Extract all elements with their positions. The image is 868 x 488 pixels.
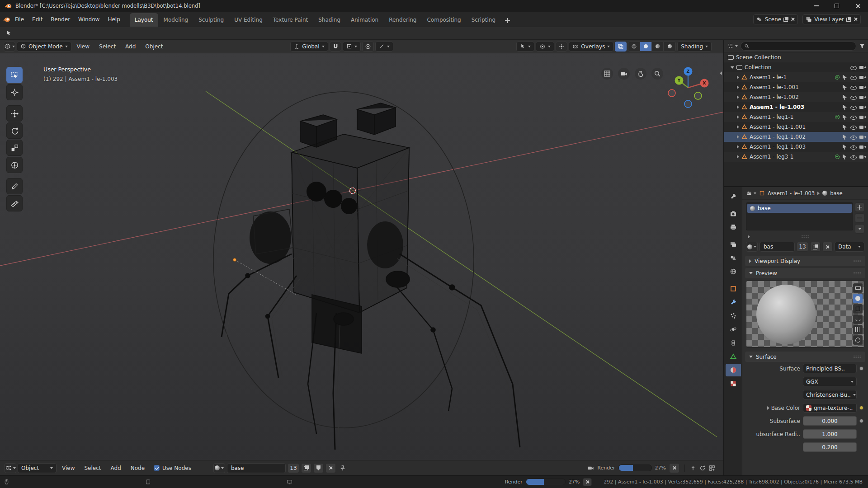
material-name-field[interactable]: bas xyxy=(760,242,795,252)
eye-icon[interactable] xyxy=(850,84,857,90)
material-name-field[interactable]: base xyxy=(227,463,286,473)
zoom-view-button[interactable] xyxy=(651,68,663,80)
outliner-object-row[interactable]: Assem1 - leg1-1.001 xyxy=(724,122,868,132)
selectable-icon[interactable] xyxy=(842,114,848,120)
material-slot-list[interactable]: base xyxy=(746,202,853,230)
expand-icon[interactable] xyxy=(748,235,750,239)
properties-editor-type-button[interactable] xyxy=(746,190,756,197)
selectable-icon[interactable] xyxy=(842,124,848,130)
preview-cube-button[interactable] xyxy=(853,304,863,314)
use-nodes-toggle[interactable]: Use Nodes xyxy=(154,465,191,471)
camera-icon[interactable] xyxy=(859,134,866,140)
viewport-menu-select[interactable]: Select xyxy=(95,43,120,50)
camera-icon[interactable] xyxy=(859,114,866,120)
outliner-editor-type-button[interactable] xyxy=(727,42,738,49)
shading-solid-button[interactable] xyxy=(640,42,652,51)
outliner-object-row[interactable]: Assem1 - leg3-1 xyxy=(724,152,868,162)
axis-navigation-gizmo[interactable]: Z Y X xyxy=(665,65,711,110)
3d-scene[interactable] xyxy=(0,53,723,460)
tab-output[interactable] xyxy=(726,221,741,234)
transform-orientation-dropdown[interactable]: Global xyxy=(290,42,328,52)
outliner-search-box[interactable] xyxy=(741,42,856,51)
selectable-icon[interactable] xyxy=(842,144,848,150)
outliner-object-row[interactable]: Assem1 - le-1.001 xyxy=(724,82,868,92)
fake-user-button[interactable] xyxy=(313,463,324,473)
expand-icon[interactable] xyxy=(737,105,739,109)
shader-menu-add[interactable]: Add xyxy=(107,465,125,471)
shading-wireframe-button[interactable] xyxy=(628,42,640,51)
remove-slot-button[interactable] xyxy=(855,213,864,223)
selectable-icon[interactable] xyxy=(842,154,848,160)
tab-physics[interactable] xyxy=(726,323,741,336)
scale-tool[interactable] xyxy=(6,140,23,156)
eye-icon[interactable] xyxy=(850,64,857,70)
preview-cloth-button[interactable] xyxy=(853,325,863,334)
expand-icon[interactable] xyxy=(737,95,739,99)
surface-shader-dropdown[interactable]: Principled BS.. xyxy=(803,364,857,373)
tab-material[interactable] xyxy=(726,364,741,376)
expand-icon[interactable] xyxy=(737,135,739,139)
new-view-layer-icon[interactable] xyxy=(846,17,851,22)
tab-tool[interactable] xyxy=(726,190,741,203)
material-slot-item[interactable]: base xyxy=(747,204,852,213)
outliner-object-row[interactable]: Assem1 - leg1-1 xyxy=(724,112,868,122)
outliner-object-row[interactable]: Assem1 - le-1 xyxy=(724,72,868,82)
maximize-button[interactable] xyxy=(826,0,847,12)
outliner-object-row-active[interactable]: Assem1 - le-1.003 xyxy=(724,102,868,112)
eye-icon[interactable] xyxy=(850,114,857,120)
eye-icon[interactable] xyxy=(850,124,857,130)
viewport-menu-object[interactable]: Object xyxy=(141,43,167,50)
new-material-button[interactable] xyxy=(301,463,311,473)
panel-preview[interactable]: Preview xyxy=(745,268,865,278)
expand-icon[interactable] xyxy=(737,75,739,79)
tab-world[interactable] xyxy=(726,265,741,278)
camera-icon[interactable] xyxy=(859,154,866,160)
tab-texture[interactable] xyxy=(726,377,741,390)
rotate-tool[interactable] xyxy=(6,122,23,139)
tab-constraints[interactable] xyxy=(726,337,741,349)
subsurface-method-dropdown[interactable]: Christensen-Bu.. xyxy=(803,390,857,399)
expand-icon[interactable] xyxy=(737,155,739,159)
annotate-tool[interactable] xyxy=(6,178,23,194)
cancel-render-button[interactable] xyxy=(583,478,592,486)
workspace-tab-layout[interactable]: Layout xyxy=(130,13,158,27)
mode-dropdown[interactable]: Object Mode xyxy=(17,42,71,52)
expand-icon[interactable] xyxy=(737,145,739,149)
workspace-tab-modeling[interactable]: Modeling xyxy=(159,13,193,27)
preview-fluid-button[interactable] xyxy=(853,335,863,345)
viewport-menu-add[interactable]: Add xyxy=(121,43,140,50)
selectable-icon[interactable] xyxy=(842,134,848,140)
selectable-icon[interactable] xyxy=(842,94,848,100)
gizmo-negative-y-axis[interactable] xyxy=(694,92,702,99)
material-users-count[interactable]: 13 xyxy=(797,242,808,252)
material-users-count[interactable]: 13 xyxy=(288,463,299,473)
workspace-tab-uv-editing[interactable]: UV Editing xyxy=(229,13,268,27)
viewport-canvas[interactable]: User Perspective (1) 292 | Assem1 - le-1… xyxy=(0,53,723,460)
preview-flat-button[interactable] xyxy=(853,283,863,293)
outliner-search-input[interactable] xyxy=(751,43,853,49)
pan-view-button[interactable] xyxy=(635,68,646,80)
tab-object[interactable] xyxy=(726,282,741,295)
workspace-tab-rendering[interactable]: Rendering xyxy=(384,13,421,27)
outliner-object-row[interactable]: Assem1 - le-1.002 xyxy=(724,92,868,102)
menu-render[interactable]: Render xyxy=(47,16,74,23)
panel-viewport-display[interactable]: Viewport Display xyxy=(745,256,865,266)
camera-icon[interactable] xyxy=(859,104,866,110)
distribution-dropdown[interactable]: GGX xyxy=(803,377,857,386)
breadcrumb-object[interactable]: Assem1 - le-1.003 xyxy=(768,190,815,197)
options-icon[interactable] xyxy=(709,465,715,471)
proportional-editing-button[interactable] xyxy=(362,42,374,52)
outliner-object-row[interactable]: Assem1 - leg1-1.003 xyxy=(724,142,868,152)
add-workspace-button[interactable] xyxy=(501,14,514,27)
camera-view-button[interactable] xyxy=(618,68,630,80)
preview-hair-button[interactable] xyxy=(853,314,863,324)
camera-icon[interactable] xyxy=(859,144,866,150)
subsurface-slider[interactable]: 0.000 xyxy=(803,416,857,426)
tab-modifiers[interactable] xyxy=(726,296,741,309)
breadcrumb-material[interactable]: base xyxy=(830,190,842,197)
expand-icon[interactable] xyxy=(731,66,734,69)
expand-icon[interactable] xyxy=(767,406,769,410)
gizmo-negative-x-axis[interactable] xyxy=(668,89,675,97)
expand-icon[interactable] xyxy=(737,85,739,89)
subsurface-radius-slider-2[interactable]: 0.200 xyxy=(803,442,857,452)
